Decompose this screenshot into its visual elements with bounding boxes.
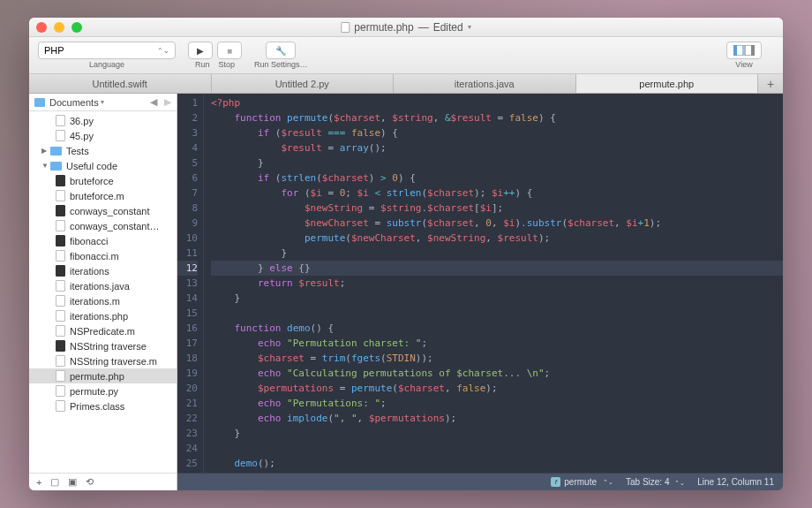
code-line[interactable]: } [211, 246, 783, 261]
line-number[interactable]: 2 [177, 110, 198, 125]
code-line[interactable] [211, 441, 783, 456]
code-line[interactable]: demo(); [211, 456, 783, 471]
code-line[interactable]: function demo() { [211, 321, 783, 336]
view-toggle-button[interactable] [726, 42, 762, 59]
file-permute-py[interactable]: permute.py [29, 383, 177, 398]
close-button[interactable] [36, 22, 47, 33]
code-line[interactable]: echo "Calculating permutations of $chars… [211, 366, 783, 381]
line-number[interactable]: 14 [177, 291, 198, 306]
line-number[interactable]: 7 [177, 186, 198, 201]
new-tab-button[interactable]: + [758, 74, 783, 93]
back-button[interactable]: ◀ [150, 96, 157, 108]
file-fibonacci-m[interactable]: fibonacci.m [29, 248, 177, 263]
add-button[interactable]: + [36, 477, 41, 488]
run-button[interactable]: ▶ [188, 42, 213, 59]
file-permute-php[interactable]: permute.php [29, 368, 177, 383]
line-number[interactable]: 4 [177, 140, 198, 155]
file-conways_constant-[interactable]: conways_constant… [29, 218, 177, 233]
language-select[interactable]: PHP ⌃⌄ [38, 42, 176, 59]
titlebar[interactable]: permute.php — Edited ▾ [29, 18, 783, 37]
file-nsstring-traverse[interactable]: NSString traverse [29, 338, 177, 353]
folder-useful-code[interactable]: ▼Useful code [29, 158, 177, 173]
code-line[interactable]: if (strlen($charset) > 0) { [211, 171, 783, 186]
line-number[interactable]: 19 [177, 366, 198, 381]
code-line[interactable]: $result = array(); [211, 140, 783, 155]
disclosure-triangle-icon[interactable]: ▼ [41, 162, 49, 170]
code-line[interactable]: return $result; [211, 276, 783, 291]
tab-untitled-2-py[interactable]: Untitled 2.py [212, 74, 395, 93]
file-iterations-m[interactable]: iterations.m [29, 293, 177, 308]
stop-button[interactable]: ■ [217, 42, 242, 59]
code-line[interactable]: echo "Permutation charset: "; [211, 336, 783, 351]
line-number[interactable]: 5 [177, 155, 198, 171]
code-editor[interactable]: 1234567891011121314151617181920212223242… [177, 94, 783, 490]
tab-size-control[interactable]: Tab Size: 4 ⌃⌄ [626, 477, 685, 487]
line-number[interactable]: 18 [177, 351, 198, 366]
file-primes-class[interactable]: Primes.class [29, 398, 177, 413]
tab-iterations-java[interactable]: iterations.java [394, 74, 576, 93]
code-line[interactable]: } else {} [211, 261, 783, 276]
code-line[interactable]: permute($newCharset, $newString, $result… [211, 231, 783, 246]
folder-tests[interactable]: ▶Tests [29, 143, 177, 158]
line-number[interactable]: 6 [177, 171, 198, 186]
line-number[interactable]: 12 [177, 261, 198, 276]
line-number[interactable]: 16 [177, 321, 198, 336]
line-number[interactable]: 8 [177, 201, 198, 216]
line-number[interactable]: 13 [177, 276, 198, 291]
line-number[interactable]: 20 [177, 381, 198, 396]
tab-untitled-swift[interactable]: Untitled.swift [29, 74, 212, 93]
line-number[interactable]: 21 [177, 396, 198, 411]
file-bruteforce[interactable]: bruteforce [29, 173, 177, 188]
file-conways_constant[interactable]: conways_constant [29, 203, 177, 218]
cursor-position[interactable]: Line 12, Column 11 [697, 477, 774, 487]
file-iterations-php[interactable]: iterations.php [29, 308, 177, 323]
forward-button[interactable]: ▶ [164, 96, 171, 108]
code-line[interactable]: $newCharset = substr($charset, 0, $i).su… [211, 216, 783, 231]
line-number[interactable]: 22 [177, 411, 198, 426]
code-line[interactable]: echo implode(", ", $permutations); [211, 411, 783, 426]
tab-permute-php[interactable]: permute.php [576, 74, 759, 93]
file-iterations-java[interactable]: iterations.java [29, 278, 177, 293]
code-line[interactable]: if ($result === false) { [211, 125, 783, 140]
code-line[interactable]: <?php [211, 95, 783, 110]
code-line[interactable]: for ($i = 0; $i < strlen($charset); $i++… [211, 186, 783, 201]
file-45-py[interactable]: 45.py [29, 128, 177, 143]
file-36-py[interactable]: 36.py [29, 113, 177, 128]
code-line[interactable]: function permute($charset, $string, &$re… [211, 110, 783, 125]
code-line[interactable]: echo "Permutations: "; [211, 396, 783, 411]
line-gutter[interactable]: 1234567891011121314151617181920212223242… [177, 94, 204, 473]
code-line[interactable]: $newString = $string.$charset[$i]; [211, 201, 783, 216]
line-number[interactable]: 25 [177, 456, 198, 471]
file-bruteforce-m[interactable]: bruteforce.m [29, 188, 177, 203]
line-number[interactable]: 24 [177, 441, 198, 456]
line-number[interactable]: 3 [177, 125, 198, 140]
file-nsstring-traverse-m[interactable]: NSString traverse.m [29, 353, 177, 368]
new-folder-icon[interactable]: ▣ [68, 476, 77, 488]
chevron-down-icon[interactable]: ▾ [468, 23, 471, 31]
file-nspredicate-m[interactable]: NSPredicate.m [29, 323, 177, 338]
line-number[interactable]: 9 [177, 216, 198, 231]
line-number[interactable]: 11 [177, 246, 198, 261]
line-number[interactable]: 17 [177, 336, 198, 351]
line-number[interactable]: 1 [177, 95, 198, 110]
code-content[interactable]: <?php function permute($charset, $string… [204, 94, 783, 473]
code-line[interactable]: } [211, 426, 783, 441]
new-file-icon[interactable]: ▢ [50, 476, 59, 488]
symbol-nav[interactable]: f permute ⌃⌄ [551, 477, 613, 487]
line-number[interactable]: 10 [177, 231, 198, 246]
file-fibonacci[interactable]: fibonacci [29, 233, 177, 248]
maximize-button[interactable] [71, 22, 82, 33]
file-iterations[interactable]: iterations [29, 263, 177, 278]
line-number[interactable]: 15 [177, 306, 198, 321]
code-line[interactable] [211, 306, 783, 321]
run-settings-button[interactable]: 🔧 [266, 42, 296, 59]
sidebar-header[interactable]: Documents ▾ ◀ ▶ [29, 94, 177, 111]
chevron-down-icon[interactable]: ▾ [101, 98, 104, 106]
refresh-icon[interactable]: ⟲ [86, 476, 94, 488]
disclosure-triangle-icon[interactable]: ▶ [41, 147, 49, 155]
line-number[interactable]: 23 [177, 426, 198, 441]
code-line[interactable]: } [211, 155, 783, 171]
code-line[interactable]: $permutations = permute($charset, false)… [211, 381, 783, 396]
minimize-button[interactable] [54, 22, 64, 33]
code-line[interactable]: $charset = trim(fgets(STDIN)); [211, 351, 783, 366]
